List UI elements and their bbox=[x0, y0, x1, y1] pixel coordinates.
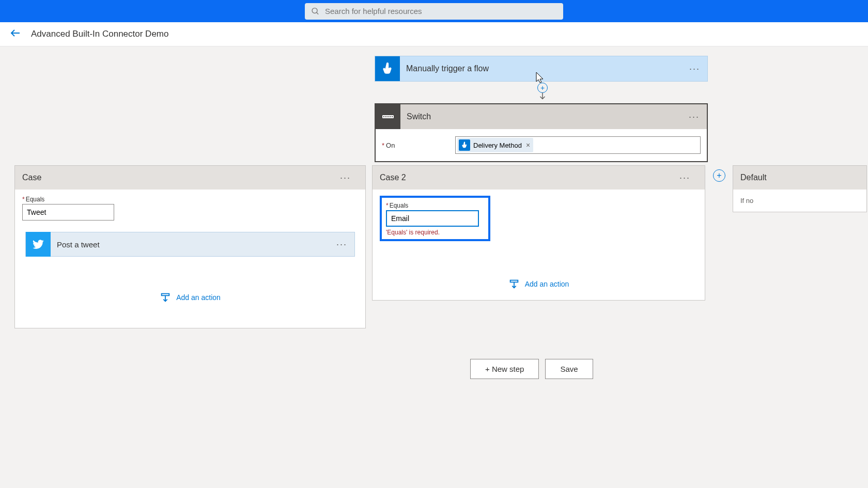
default-body-text: If no bbox=[733, 190, 866, 212]
svg-line-1 bbox=[317, 12, 319, 14]
switch-more-icon[interactable]: ··· bbox=[681, 112, 707, 122]
case-2-equals-input[interactable]: Email bbox=[386, 210, 479, 227]
arrow-down-icon bbox=[538, 92, 547, 104]
token-remove-icon[interactable]: × bbox=[526, 141, 530, 149]
switch-icon bbox=[376, 104, 400, 129]
case-2-title: Case 2 bbox=[380, 173, 672, 182]
switch-title: Switch bbox=[400, 112, 681, 121]
new-step-button[interactable]: + New step bbox=[470, 359, 539, 379]
connector-add: + bbox=[536, 83, 549, 104]
footer-buttons: + New step Save bbox=[470, 359, 593, 379]
svg-rect-7 bbox=[388, 116, 389, 117]
svg-rect-9 bbox=[392, 116, 393, 117]
case-2-more-icon[interactable]: ··· bbox=[672, 172, 698, 183]
add-action-icon bbox=[160, 292, 171, 303]
flow-canvas: Manually trigger a flow ··· + Switch ···… bbox=[0, 46, 868, 488]
case-1-more-icon[interactable]: ··· bbox=[333, 172, 358, 183]
action-title: Post a tweet bbox=[51, 240, 329, 249]
token-label: Delivery Method bbox=[473, 141, 522, 149]
svg-point-0 bbox=[312, 8, 317, 13]
case-1-add-action-button[interactable]: Add an action bbox=[22, 292, 358, 303]
touch-token-icon bbox=[459, 139, 470, 151]
default-title: Default bbox=[740, 173, 859, 182]
post-tweet-action-card[interactable]: Post a tweet ··· bbox=[25, 232, 355, 257]
page-title: Advanced Built-In Connector Demo bbox=[31, 29, 168, 39]
case-1-card: Case ··· *Equals Tweet Post a tweet ··· … bbox=[14, 165, 366, 328]
touch-icon bbox=[375, 56, 400, 81]
trigger-title: Manually trigger a flow bbox=[400, 64, 682, 73]
add-action-icon bbox=[508, 278, 520, 290]
case-2-add-action-button[interactable]: Add an action bbox=[380, 278, 698, 290]
switch-on-label: *On bbox=[382, 141, 449, 149]
twitter-icon bbox=[26, 232, 51, 257]
default-header[interactable]: Default bbox=[733, 166, 866, 190]
case-1-title: Case bbox=[22, 173, 333, 182]
trigger-more-icon[interactable]: ··· bbox=[682, 64, 707, 74]
case-2-equals-highlight: *Equals Email 'Equals' is required. bbox=[380, 196, 490, 241]
default-card: Default If no bbox=[733, 165, 867, 212]
trigger-card[interactable]: Manually trigger a flow ··· bbox=[375, 56, 708, 82]
svg-rect-5 bbox=[383, 116, 384, 117]
case-2-equals-label: *Equals bbox=[386, 202, 484, 209]
search-input[interactable] bbox=[325, 7, 557, 15]
case-1-header[interactable]: Case ··· bbox=[15, 166, 365, 190]
action-more-icon[interactable]: ··· bbox=[329, 239, 354, 250]
top-bar bbox=[0, 0, 868, 22]
case-1-equals-label: *Equals bbox=[22, 196, 358, 203]
breadcrumb-bar: Advanced Built-In Connector Demo bbox=[0, 22, 868, 46]
svg-rect-8 bbox=[390, 116, 391, 117]
switch-card[interactable]: Switch ··· *On Delivery Method × bbox=[375, 103, 708, 162]
case-2-header[interactable]: Case 2 ··· bbox=[373, 166, 705, 190]
save-button[interactable]: Save bbox=[545, 359, 593, 379]
dynamic-token-delivery-method[interactable]: Delivery Method × bbox=[457, 138, 533, 152]
search-box[interactable] bbox=[305, 3, 563, 20]
switch-on-input[interactable]: Delivery Method × bbox=[455, 136, 701, 154]
add-case-button[interactable]: + bbox=[713, 169, 725, 182]
back-arrow-icon[interactable] bbox=[9, 27, 22, 41]
case-2-card: Case 2 ··· *Equals Email 'Equals' is req… bbox=[372, 165, 705, 301]
insert-step-button[interactable]: + bbox=[537, 83, 548, 93]
search-icon bbox=[311, 7, 320, 16]
case-2-validation-message: 'Equals' is required. bbox=[386, 229, 484, 236]
case-1-equals-input[interactable]: Tweet bbox=[22, 204, 114, 221]
svg-rect-6 bbox=[385, 116, 386, 117]
